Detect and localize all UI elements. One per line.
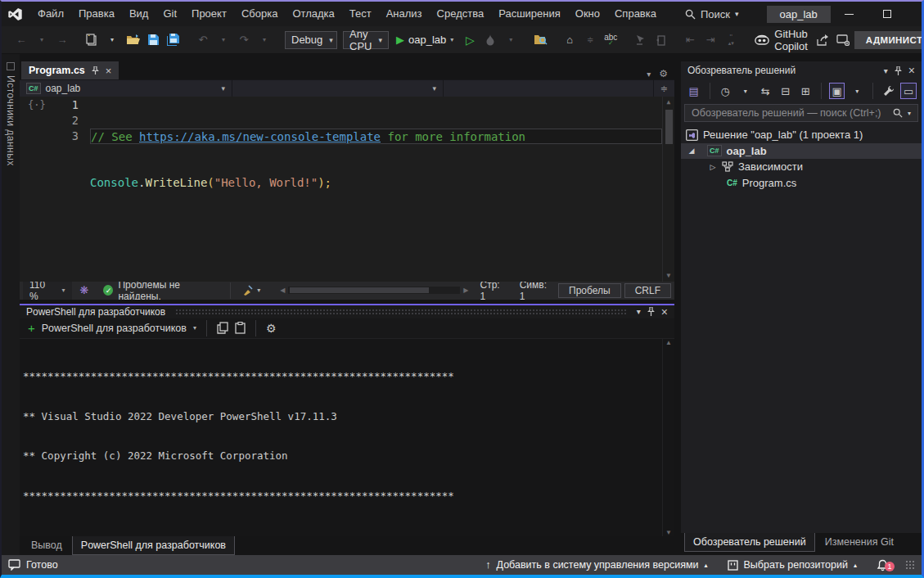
document-list-dropdown[interactable]: ▾ [647,70,651,79]
type-dropdown[interactable]: ▾ [232,80,444,97]
maximize-button[interactable] [868,2,906,26]
menu-tools[interactable]: Средства [430,2,492,26]
menu-file[interactable]: Файл [30,2,71,26]
scroll-down-icon[interactable]: ▼ [667,270,671,282]
scroll-up-icon[interactable]: ▲ [667,97,671,108]
tab-developer-powershell[interactable]: PowerShell для разработчиков [72,536,235,555]
new-terminal-icon[interactable]: + [28,321,35,335]
collapse-all-icon[interactable]: ⊟ [778,83,794,99]
tab-output[interactable]: Вывод [23,536,70,554]
data-sources-tab[interactable]: Источники данных [5,75,16,166]
scroll-right-icon[interactable]: ▶ [463,285,468,296]
menu-debug[interactable]: Отладка [285,2,341,26]
hot-reload-dropdown[interactable]: ▾ [502,30,520,50]
close-panel-icon[interactable]: × [661,305,668,318]
chevron-down-icon[interactable]: ▾ [193,324,196,332]
copy-icon[interactable] [217,322,228,334]
start-debugging-button[interactable]: ▶ oap_lab ▾ [391,30,458,50]
filter-dropdown[interactable]: ▾ [737,83,754,99]
code-lines[interactable]: // See https://aka.ms/new-console-templa… [90,97,662,282]
menu-extensions[interactable]: Расширения [491,2,568,26]
drag-handle[interactable] [175,309,627,315]
terminal-settings-gear-icon[interactable]: ⚙ [266,322,277,335]
github-copilot-button[interactable]: GitHub Copilot [751,28,810,52]
paste-append-button[interactable] [651,30,669,50]
menu-project[interactable]: Проект [184,2,234,26]
properties-wrench-icon[interactable] [881,83,897,99]
hot-reload-button[interactable] [481,30,499,50]
minimize-button[interactable] [831,2,868,26]
expander-collapsed-icon[interactable]: ▷ [709,163,717,171]
solution-explorer-titlebar[interactable]: Обозреватель решений ▾ × [681,61,922,79]
menu-view[interactable]: Вид [122,2,156,26]
scroll-down-icon[interactable]: ▼ [665,529,672,536]
show-all-files-icon[interactable]: ⊞ [797,83,814,99]
redo-button[interactable]: ↷ [235,30,253,50]
save-all-button[interactable] [165,30,183,50]
menu-build[interactable]: Сборка [234,2,286,26]
char-indicator[interactable]: Симв: 1 [512,279,555,302]
new-terminal-label[interactable]: PowerShell для разработчиков [42,323,187,334]
terminal-titlebar[interactable]: PowerShell для разработчиков ▾ × [20,305,674,319]
track-active-item-icon[interactable]: ▣ [829,83,845,99]
formatting-marks-button[interactable]: '' ▴▾ [722,30,740,50]
code-cleanup-button[interactable]: ▾ [237,285,265,296]
intellicode-icon[interactable]: ❋ [75,284,94,296]
notifications-button[interactable]: 1 [877,559,889,571]
save-button[interactable] [144,30,162,50]
new-project-dropdown[interactable]: ▾ [103,30,121,50]
close-tab-icon[interactable]: × [106,65,112,77]
new-project-button[interactable] [83,30,101,50]
select-repository-button[interactable]: Выбрать репозиторий ▴ [728,559,858,571]
send-feedback-button[interactable] [834,30,852,50]
terminal-scrollbar[interactable]: ▲ ▼ [662,339,674,536]
menu-git[interactable]: Git [156,2,184,26]
menu-analyze[interactable]: Анализ [379,2,430,26]
search-box[interactable]: Поиск ▾ [677,8,747,20]
increase-indent-button[interactable]: ⇥ [701,30,719,50]
comment-link[interactable]: https://aka.ms/new-console-template [139,130,381,143]
window-position-dropdown[interactable]: ▾ [637,307,641,316]
spaces-toggle[interactable]: Пробелы [558,283,621,298]
scrollbar-thumb[interactable] [665,110,673,144]
switch-views-icon[interactable]: ▤ [686,83,702,99]
select-pointer-button[interactable] [631,30,649,50]
menu-window[interactable]: Окно [568,2,607,26]
add-to-source-control-button[interactable]: ↑ Добавить в систему управления версиями… [485,559,707,571]
pending-changes-filter-icon[interactable]: ◷ [717,83,733,99]
line-ending-toggle[interactable]: CRLF [624,283,671,298]
solution-search-box[interactable]: Обозреватель решений — поиск (Ctrl+;) ▾ [684,104,918,122]
menu-help[interactable]: Справка [607,2,664,26]
resize-grip[interactable] [905,560,915,570]
tab-git-changes[interactable]: Изменения Git [817,533,902,551]
navigate-forward-button[interactable]: → [53,30,71,50]
editor-vertical-scrollbar[interactable]: ▲ ▼ [662,97,674,282]
tree-item-dependencies[interactable]: ▷ Зависимости [681,159,922,175]
tab-solution-explorer[interactable]: Обозреватель решений [684,533,815,552]
solution-configuration-combo[interactable]: Debug ▾ [285,31,337,49]
open-folder-button[interactable] [124,30,142,50]
outline-margin[interactable]: {·} [20,97,49,282]
share-button[interactable] [814,30,832,50]
track-dropdown[interactable]: ▾ [849,83,865,99]
toggle-lines-button[interactable]: ≑ [581,30,599,50]
undo-dropdown[interactable]: ▾ [214,30,232,50]
code-editor[interactable]: {·} 1 2 3 // See https://aka.ms/new-cons… [20,97,674,282]
terminal-content[interactable]: ****************************************… [20,338,674,536]
spell-check-button[interactable]: abc ✓ [602,30,620,50]
redo-dropdown[interactable]: ▾ [255,30,273,50]
expander-expanded-icon[interactable]: ◢ [687,147,696,155]
tree-item-solution[interactable]: Решение "oap_lab" (1 проекта 1) [681,127,922,143]
window-position-dropdown[interactable]: ▾ [884,66,888,75]
scroll-up-icon[interactable]: ▲ [665,339,672,346]
feedback-status[interactable]: Готово [8,559,58,571]
navigate-back-button[interactable]: ← [12,30,30,50]
paste-icon[interactable] [235,322,246,334]
tree-item-program-cs[interactable]: C# Program.cs [681,175,922,192]
close-button[interactable]: × [906,2,924,26]
scrollbar-track[interactable] [288,287,460,294]
member-list-icon[interactable]: ≑ [653,80,674,97]
scrollbar-thumb[interactable] [290,287,429,293]
menu-test[interactable]: Тест [342,2,379,26]
tab-settings-gear-icon[interactable]: ⚙ [659,68,668,79]
